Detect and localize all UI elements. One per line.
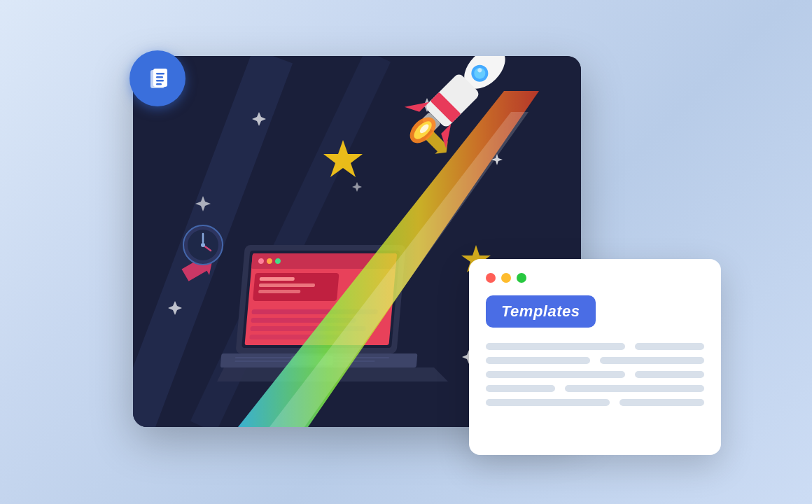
svg-rect-26 [259,284,315,287]
content-line [600,357,704,364]
content-line [620,399,704,406]
content-line-row-3 [486,371,704,378]
content-line-row-5 [486,399,704,406]
svg-rect-27 [258,290,300,293]
templates-badge: Templates [486,295,596,328]
content-line [635,371,704,378]
minimize-dot [501,273,511,283]
content-line-row-4 [486,385,704,392]
svg-point-41 [201,243,205,247]
content-line [486,371,625,378]
svg-rect-59 [156,76,163,78]
content-line-row-2 [486,357,704,364]
content-line [635,343,704,350]
maximize-dot [517,273,526,283]
svg-rect-61 [156,83,162,85]
content-line-row-1 [486,343,704,350]
content-line [486,343,625,350]
close-dot [486,273,496,283]
svg-rect-58 [156,73,164,75]
content-line [486,399,610,406]
app-icon-circle [130,50,186,106]
content-line [565,385,704,392]
svg-rect-60 [156,80,164,82]
window-dots [486,273,704,283]
content-line [486,357,590,364]
copy-document-icon [144,64,172,92]
templates-card: Templates [469,259,721,455]
svg-rect-25 [260,277,295,281]
content-lines [486,343,704,406]
content-line [486,385,555,392]
scene-container: Templates [91,35,721,469]
